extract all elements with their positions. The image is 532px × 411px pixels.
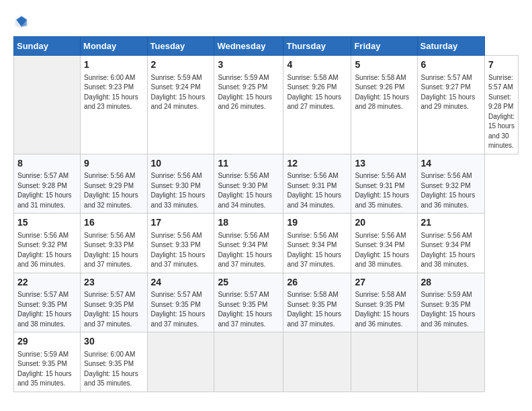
sunset: Sunset: 9:24 PM [151,83,201,91]
sunset: Sunset: 9:35 PM [17,301,67,308]
day-info: Sunrise: 6:00 AM Sunset: 9:35 PM Dayligh… [84,350,143,389]
daylight: Daylight: 15 hours and 37 minutes. [287,310,341,328]
day-info: Sunrise: 5:59 AM Sunset: 9:35 PM Dayligh… [421,290,481,329]
column-header-tuesday: Tuesday [147,37,214,56]
day-number: 17 [151,216,211,230]
sunset: Sunset: 9:31 PM [287,182,337,189]
day-number: 30 [84,335,143,349]
day-number: 22 [17,276,77,289]
week-row-3: 15 Sunrise: 5:56 AM Sunset: 9:32 PM Dayl… [14,214,519,273]
day-cell: 3 Sunrise: 5:59 AM Sunset: 9:25 PM Dayli… [214,56,283,154]
day-number: 2 [151,58,211,72]
sunrise: Sunrise: 5:57 AM [421,74,472,81]
day-cell: 25 Sunrise: 5:57 AM Sunset: 9:35 PM Dayl… [214,273,283,332]
day-number: 7 [488,58,515,72]
day-cell: 9 Sunrise: 5:56 AM Sunset: 9:29 PM Dayli… [81,154,147,214]
page-header [13,13,519,30]
daylight: Daylight: 15 hours and 23 minutes. [84,93,138,111]
day-cell: 2 Sunrise: 5:59 AM Sunset: 9:24 PM Dayli… [147,56,214,154]
day-info: Sunrise: 5:56 AM Sunset: 9:32 PM Dayligh… [17,231,77,270]
daylight: Daylight: 15 hours and 31 minutes. [17,191,72,209]
day-info: Sunrise: 5:57 AM Sunset: 9:27 PM Dayligh… [421,73,481,112]
sunset: Sunset: 9:28 PM [488,93,513,111]
day-number: 29 [17,335,77,349]
calendar-header-row: SundayMondayTuesdayWednesdayThursdayFrid… [14,37,519,56]
day-info: Sunrise: 6:00 AM Sunset: 9:23 PM Dayligh… [84,73,143,112]
sunset: Sunset: 9:35 PM [287,301,337,308]
day-cell: 13 Sunrise: 5:56 AM Sunset: 9:31 PM Dayl… [351,154,417,214]
day-cell: 17 Sunrise: 5:56 AM Sunset: 9:33 PM Dayl… [147,214,214,273]
logo-icon [13,13,30,30]
sunrise: Sunrise: 5:56 AM [218,232,269,239]
daylight: Daylight: 15 hours and 29 minutes. [421,93,476,111]
day-cell: 11 Sunrise: 5:56 AM Sunset: 9:30 PM Dayl… [214,154,283,214]
day-info: Sunrise: 5:56 AM Sunset: 9:34 PM Dayligh… [287,231,347,270]
daylight: Daylight: 15 hours and 34 minutes. [218,191,272,209]
sunrise: Sunrise: 6:00 AM [84,351,135,358]
logo [13,13,32,30]
sunrise: Sunrise: 5:56 AM [151,172,202,179]
day-number: 1 [84,58,143,72]
day-info: Sunrise: 5:56 AM Sunset: 9:30 PM Dayligh… [151,171,211,210]
sunset: Sunset: 9:35 PM [84,360,134,367]
day-info: Sunrise: 5:56 AM Sunset: 9:32 PM Dayligh… [421,171,481,210]
column-header-monday: Monday [81,37,147,56]
sunrise: Sunrise: 5:56 AM [421,172,472,179]
day-cell: 23 Sunrise: 5:57 AM Sunset: 9:35 PM Dayl… [81,273,147,332]
day-number: 19 [287,216,347,230]
sunrise: Sunrise: 5:58 AM [355,291,406,298]
sunrise: Sunrise: 5:57 AM [151,291,202,298]
day-cell: 19 Sunrise: 5:56 AM Sunset: 9:34 PM Dayl… [283,214,351,273]
sunset: Sunset: 9:35 PM [84,301,134,308]
sunset: Sunset: 9:33 PM [84,241,134,248]
sunrise: Sunrise: 5:57 AM [17,172,69,179]
day-cell [417,332,484,392]
sunset: Sunset: 9:31 PM [355,182,404,189]
sunset: Sunset: 9:29 PM [84,182,134,189]
column-header-friday: Friday [351,37,417,56]
day-number: 16 [84,216,143,230]
column-header-sunday: Sunday [14,37,81,56]
daylight: Daylight: 15 hours and 38 minutes. [421,251,476,269]
day-info: Sunrise: 5:57 AM Sunset: 9:35 PM Dayligh… [151,290,211,329]
day-number: 9 [84,157,143,171]
sunrise: Sunrise: 5:56 AM [218,172,269,179]
sunrise: Sunrise: 6:00 AM [84,74,135,81]
daylight: Daylight: 15 hours and 38 minutes. [17,310,72,328]
sunrise: Sunrise: 5:58 AM [355,74,406,81]
day-number: 26 [287,276,347,289]
daylight: Daylight: 15 hours and 35 minutes. [355,191,409,209]
day-number: 14 [421,157,481,171]
week-row-4: 22 Sunrise: 5:57 AM Sunset: 9:35 PM Dayl… [14,273,519,332]
daylight: Daylight: 15 hours and 35 minutes. [17,370,72,387]
day-info: Sunrise: 5:57 AM Sunset: 9:35 PM Dayligh… [218,290,279,329]
daylight: Daylight: 15 hours and 36 minutes. [421,191,476,209]
day-number: 13 [355,157,413,171]
daylight: Daylight: 15 hours and 37 minutes. [151,251,206,269]
sunset: Sunset: 9:26 PM [355,83,404,91]
calendar-table: SundayMondayTuesdayWednesdayThursdayFrid… [13,36,519,392]
day-number: 8 [17,157,77,171]
sunset: Sunset: 9:30 PM [218,182,267,189]
daylight: Daylight: 15 hours and 34 minutes. [287,191,341,209]
day-cell: 18 Sunrise: 5:56 AM Sunset: 9:34 PM Dayl… [214,214,283,273]
day-number: 20 [355,216,413,230]
day-info: Sunrise: 5:58 AM Sunset: 9:26 PM Dayligh… [355,73,413,112]
day-cell: 7 Sunrise: 5:57 AM Sunset: 9:28 PM Dayli… [485,56,519,154]
sunset: Sunset: 9:34 PM [287,241,337,248]
day-info: Sunrise: 5:59 AM Sunset: 9:24 PM Dayligh… [151,73,211,112]
day-cell: 26 Sunrise: 5:58 AM Sunset: 9:35 PM Dayl… [283,273,351,332]
day-cell: 14 Sunrise: 5:56 AM Sunset: 9:32 PM Dayl… [417,154,484,214]
day-info: Sunrise: 5:56 AM Sunset: 9:33 PM Dayligh… [151,231,211,270]
daylight: Daylight: 15 hours and 27 minutes. [287,93,341,111]
day-info: Sunrise: 5:57 AM Sunset: 9:28 PM Dayligh… [488,73,515,151]
day-info: Sunrise: 5:56 AM Sunset: 9:34 PM Dayligh… [218,231,279,270]
sunset: Sunset: 9:32 PM [421,182,471,189]
daylight: Daylight: 15 hours and 36 minutes. [355,310,409,328]
sunrise: Sunrise: 5:59 AM [218,74,269,81]
day-cell: 6 Sunrise: 5:57 AM Sunset: 9:27 PM Dayli… [417,56,484,154]
day-info: Sunrise: 5:56 AM Sunset: 9:29 PM Dayligh… [84,171,143,210]
sunset: Sunset: 9:30 PM [151,182,201,189]
day-number: 27 [355,276,413,289]
sunrise: Sunrise: 5:58 AM [287,74,338,81]
